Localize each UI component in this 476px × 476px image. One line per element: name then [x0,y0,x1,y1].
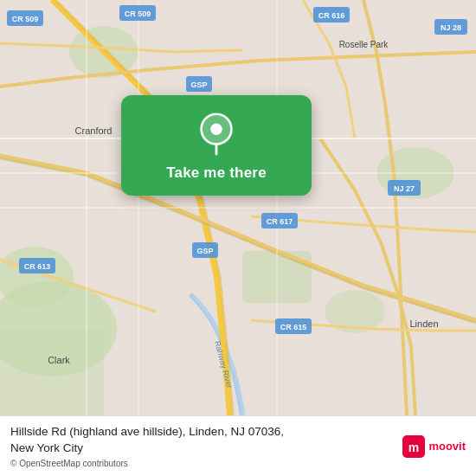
moovit-label: moovit [428,440,466,453]
svg-text:Clark: Clark [48,355,70,365]
map-svg: CR 509 CR 509 CR 616 NJ 28 GSP GSP CR 61… [0,0,476,415]
address-line: Hillside Rd (highland ave hillside), Lin… [10,424,402,441]
cta-label: Take me there [166,164,267,182]
take-me-there-button[interactable]: Take me there [121,95,312,196]
moovit-icon: m [402,435,425,458]
moovit-logo: m moovit [402,435,466,458]
svg-point-41 [210,123,222,134]
footer-text: Hillside Rd (highland ave hillside), Lin… [10,424,402,469]
svg-text:CR 509: CR 509 [125,10,151,18]
svg-text:CR 616: CR 616 [318,11,345,20]
city-line: New York City [10,441,402,457]
svg-text:NJ 27: NJ 27 [394,184,415,193]
svg-text:Roselle Park: Roselle Park [339,40,389,49]
osm-attribution: © OpenStreetMap contributors [10,459,402,468]
location-pin-icon [197,111,235,156]
footer-bar: Hillside Rd (highland ave hillside), Lin… [0,415,476,476]
svg-text:CR 615: CR 615 [280,323,307,331]
svg-text:GSP: GSP [196,247,213,255]
svg-text:GSP: GSP [190,80,207,89]
svg-rect-6 [0,329,104,415]
svg-text:NJ 28: NJ 28 [441,23,461,32]
svg-text:Cranford: Cranford [75,125,113,136]
svg-text:CR 509: CR 509 [12,15,39,23]
svg-text:CR 613: CR 613 [24,262,51,271]
map-view: CR 509 CR 509 CR 616 NJ 28 GSP GSP CR 61… [0,0,476,415]
svg-text:Linden: Linden [409,318,438,329]
svg-text:m: m [408,441,419,454]
svg-text:CR 617: CR 617 [267,217,293,226]
